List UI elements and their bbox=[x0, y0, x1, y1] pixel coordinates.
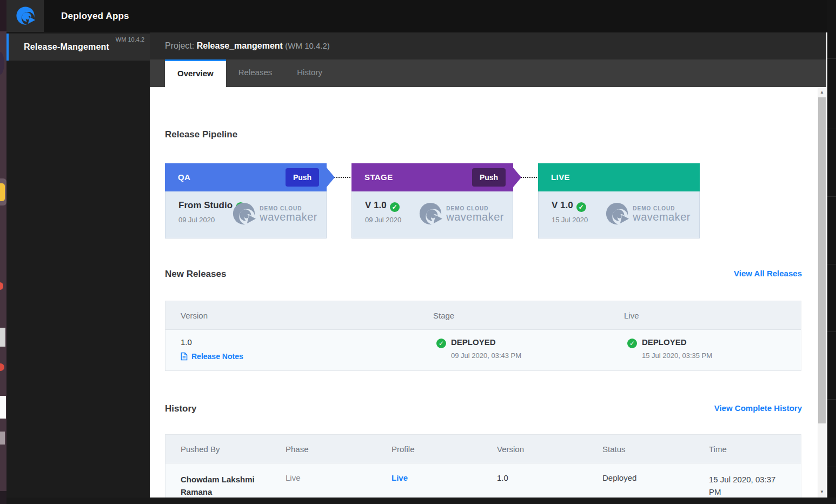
column-header-status: Status bbox=[602, 435, 626, 463]
logo-text-large: wavemaker bbox=[633, 211, 691, 222]
stage-arrow-icon bbox=[327, 168, 335, 187]
dock-icon-fragment bbox=[0, 396, 6, 419]
scrollbar-thumb[interactable] bbox=[818, 97, 826, 423]
document-icon bbox=[181, 352, 188, 361]
deployed-check-icon: ✓ bbox=[576, 202, 586, 212]
stage-body: V 1.0✓ 15 Jul 2020 DEMO CLOUD wavemaker bbox=[538, 191, 700, 238]
column-header-version: Version bbox=[181, 301, 208, 330]
background-right-strip bbox=[827, 0, 836, 504]
column-header-profile: Profile bbox=[392, 435, 415, 463]
dock-icon-fragment bbox=[0, 432, 5, 445]
history-version: 1.0 bbox=[497, 473, 508, 482]
history-pushed-by: Chowdam Lakshmi Ramana bbox=[181, 473, 267, 498]
push-button[interactable]: Push bbox=[286, 168, 319, 187]
pipeline-stage-card-stage: STAGE Push V 1.0✓ 09 Jul 2020 bbox=[351, 163, 513, 238]
logo-text-small: DEMO CLOUD bbox=[446, 205, 504, 211]
live-deploy-status: DEPLOYED bbox=[642, 337, 687, 347]
view-all-releases-link[interactable]: View All Releases bbox=[734, 269, 802, 278]
wavemaker-logo-button[interactable] bbox=[6, 0, 44, 32]
column-header-version: Version bbox=[497, 435, 524, 463]
table-header-row: Version Stage Live bbox=[165, 301, 801, 330]
tab-history[interactable]: History bbox=[284, 59, 335, 87]
stage-version: V 1.0✓ bbox=[365, 200, 400, 212]
dock-fragment bbox=[0, 0, 6, 31]
logo-text-large: wavemaker bbox=[446, 211, 504, 222]
stage-name: QA bbox=[178, 163, 190, 191]
deployed-check-icon: ✓ bbox=[627, 339, 637, 348]
tab-releases[interactable]: Releases bbox=[226, 59, 285, 87]
vertical-scrollbar[interactable]: ▲ ▼ bbox=[818, 87, 826, 498]
page-title: Deployed Apps bbox=[61, 0, 129, 32]
stage-body: V 1.0✓ 09 Jul 2020 DEMO CLOUD wavemaker bbox=[351, 191, 513, 238]
wavemaker-wave-icon bbox=[231, 201, 256, 226]
stage-date: 09 Jul 2020 bbox=[365, 216, 401, 224]
dock-fragment bbox=[0, 491, 6, 504]
logo-text-small: DEMO CLOUD bbox=[633, 205, 691, 211]
tab-bar: Overview Releases History bbox=[150, 59, 826, 87]
pipeline-stage-card-qa: QA Push From Studio✓ 09 Jul 2020 bbox=[165, 163, 327, 238]
demo-cloud-logo: DEMO CLOUD wavemaker bbox=[231, 201, 317, 226]
scroll-down-icon[interactable]: ▼ bbox=[818, 488, 826, 496]
projects-sidebar: Release-Mangement WM 10.4.2 bbox=[6, 32, 150, 498]
table-row: Chowdam Lakshmi Ramana Live Live 1.0 Dep… bbox=[165, 463, 801, 498]
stage-date: 15 Jul 2020 bbox=[552, 216, 588, 224]
project-header: Project: Release_mangement (WM 10.4.2) bbox=[150, 32, 826, 59]
stage-body: From Studio✓ 09 Jul 2020 DEMO CLOUD wave… bbox=[165, 191, 327, 238]
project-name: Release_mangement bbox=[197, 41, 283, 50]
stage-name: LIVE bbox=[551, 163, 570, 191]
sidebar-item-release-mangement[interactable]: Release-Mangement WM 10.4.2 bbox=[6, 34, 150, 61]
column-header-stage: Stage bbox=[433, 301, 454, 330]
live-deploy-time: 15 Jul 2020, 03:35 PM bbox=[642, 352, 712, 360]
stage-name: STAGE bbox=[364, 163, 393, 191]
wavemaker-wave-icon bbox=[15, 5, 36, 26]
new-releases-table: Version Stage Live 1.0 Release Notes ✓ D… bbox=[165, 301, 801, 371]
logo-text-large: wavemaker bbox=[260, 211, 317, 222]
column-header-phase: Phase bbox=[286, 435, 309, 463]
release-notes-link[interactable]: Release Notes bbox=[181, 352, 243, 361]
stage-deploy-time: 09 Jul 2020, 03:43 PM bbox=[451, 352, 521, 360]
dock-icon-fragment bbox=[0, 363, 4, 371]
table-row: 1.0 Release Notes ✓ DEPLOYED 09 Jul 2020… bbox=[165, 330, 801, 370]
column-header-time: Time bbox=[709, 435, 727, 463]
project-version: (WM 10.4.2) bbox=[285, 41, 330, 50]
table-header-row: Pushed By Phase Profile Version Status T… bbox=[165, 435, 801, 463]
dock-icon-fragment bbox=[0, 52, 4, 75]
dock-icon-fragment bbox=[0, 183, 5, 201]
demo-cloud-logo: DEMO CLOUD wavemaker bbox=[418, 201, 504, 226]
stage-arrow-icon bbox=[513, 168, 521, 187]
pipeline-stage-card-live: LIVE V 1.0✓ 15 Jul 2020 bbox=[538, 163, 700, 238]
sidebar-project-name: Release-Mangement bbox=[24, 42, 109, 52]
deployed-check-icon: ✓ bbox=[390, 202, 400, 212]
demo-cloud-logo: DEMO CLOUD wavemaker bbox=[605, 201, 691, 226]
release-pipeline-title: Release Pipeline bbox=[165, 129, 237, 140]
tab-overview[interactable]: Overview bbox=[165, 59, 226, 87]
column-header-live: Live bbox=[624, 301, 639, 330]
history-table: Pushed By Phase Profile Version Status T… bbox=[165, 434, 801, 498]
stage-header: LIVE bbox=[538, 163, 700, 191]
dock-icon-fragment bbox=[0, 282, 3, 290]
release-version: 1.0 bbox=[181, 337, 192, 347]
project-label: Project: bbox=[165, 41, 194, 50]
new-releases-title: New Releases bbox=[165, 269, 226, 280]
overview-content: Release Pipeline QA Push From Studio✓ 09… bbox=[150, 87, 818, 498]
deployed-check-icon: ✓ bbox=[436, 339, 446, 348]
stage-deploy-status: DEPLOYED bbox=[451, 337, 496, 347]
column-header-pushed-by: Pushed By bbox=[181, 435, 220, 463]
background-dock-strip bbox=[0, 0, 6, 504]
stage-header: QA Push bbox=[165, 163, 327, 191]
view-complete-history-link[interactable]: View Complete History bbox=[714, 403, 802, 413]
history-title: History bbox=[165, 403, 197, 414]
top-app-bar: Deployed Apps bbox=[6, 0, 836, 32]
sidebar-project-version: WM 10.4.2 bbox=[116, 36, 144, 43]
history-profile-link[interactable]: Live bbox=[392, 473, 408, 482]
push-button[interactable]: Push bbox=[472, 168, 506, 187]
main-panel: Project: Release_mangement (WM 10.4.2) O… bbox=[150, 32, 826, 498]
wavemaker-wave-icon bbox=[605, 201, 629, 226]
stage-date: 09 Jul 2020 bbox=[178, 216, 215, 224]
stage-version: V 1.0✓ bbox=[552, 200, 586, 212]
scroll-up-icon[interactable]: ▲ bbox=[818, 88, 826, 97]
history-status: Deployed bbox=[602, 473, 636, 482]
wavemaker-wave-icon bbox=[418, 201, 443, 226]
logo-text-small: DEMO CLOUD bbox=[260, 205, 317, 211]
history-phase: Live bbox=[286, 473, 301, 482]
